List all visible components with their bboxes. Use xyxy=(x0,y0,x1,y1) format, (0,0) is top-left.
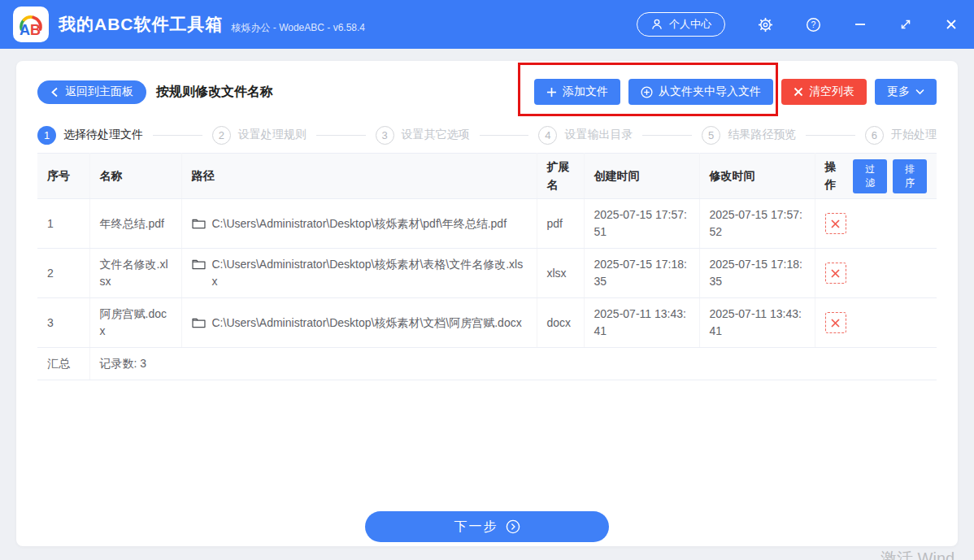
step-3-label: 设置其它选项 xyxy=(402,128,470,142)
filter-button[interactable]: 过滤 xyxy=(853,159,887,193)
cell-path: C:\Users\Administrator\Desktop\核烁素材\pdf\… xyxy=(181,199,537,249)
header-modified: 修改时间 xyxy=(699,154,815,199)
help-icon[interactable]: ? xyxy=(806,17,821,33)
header-name: 名称 xyxy=(89,154,181,199)
folder-icon[interactable] xyxy=(192,317,206,328)
header-created: 创建时间 xyxy=(584,154,699,199)
clear-list-button[interactable]: 清空列表 xyxy=(781,79,867,105)
x-icon xyxy=(794,87,803,97)
summary-record-count: 记录数: 3 xyxy=(89,348,937,380)
header-path: 路径 xyxy=(181,154,537,199)
header-actions-label: 操作 xyxy=(825,158,848,193)
summary-label: 汇总 xyxy=(37,348,89,380)
add-file-button[interactable]: 添加文件 xyxy=(534,79,620,105)
cell-path: C:\Users\Administrator\Desktop\核烁素材\文档\阿… xyxy=(181,298,537,348)
delete-x-icon xyxy=(830,219,841,229)
step-3-other-options: 3 设置其它选项 xyxy=(376,126,470,145)
step-connector xyxy=(806,135,855,136)
back-to-main-button[interactable]: 返回到主面板 xyxy=(37,80,146,104)
step-5-number: 5 xyxy=(702,126,720,145)
main-panel: 返回到主面板 按规则修改文件名称 添加文件 从文件夹中导入文件 xyxy=(16,61,958,546)
summary-row: 汇总 记录数: 3 xyxy=(37,348,937,380)
header-actions: 操作 过滤 排序 xyxy=(815,154,937,199)
table-row: 2 文件名修改.xlsx C:\Users\Administrator\Desk… xyxy=(37,249,937,298)
import-from-folder-label: 从文件夹中导入文件 xyxy=(659,85,761,99)
cell-path: C:\Users\Administrator\Desktop\核烁素材\表格\文… xyxy=(181,249,537,298)
add-file-label: 添加文件 xyxy=(563,85,608,99)
back-button-label: 返回到主面板 xyxy=(65,85,133,99)
toolbar: 返回到主面板 按规则修改文件名称 添加文件 从文件夹中导入文件 xyxy=(37,79,937,105)
cell-actions xyxy=(815,199,937,249)
next-step-label: 下一步 xyxy=(454,519,498,536)
cell-modified: 2025-07-11 13:43:41 xyxy=(699,298,815,348)
cell-created: 2025-07-11 13:43:41 xyxy=(584,298,699,348)
cell-modified: 2025-07-15 17:57:52 xyxy=(699,199,815,249)
file-table: 序号 名称 路径 扩展名 创建时间 修改时间 操作 过滤 排序 1 年终总结.p… xyxy=(37,153,937,380)
step-1-label: 选择待处理文件 xyxy=(63,128,143,142)
file-table-header: 序号 名称 路径 扩展名 创建时间 修改时间 操作 过滤 排序 xyxy=(37,154,937,199)
path-text: C:\Users\Administrator\Desktop\核烁素材\文档\阿… xyxy=(212,315,522,332)
svg-text:B: B xyxy=(30,22,41,38)
path-text: C:\Users\Administrator\Desktop\核烁素材\pdf\… xyxy=(212,215,507,233)
toolbar-actions: 添加文件 从文件夹中导入文件 清空列表 更多 xyxy=(534,79,937,105)
step-1-select-files: 1 选择待处理文件 xyxy=(37,126,143,145)
cell-index: 1 xyxy=(37,199,89,249)
step-1-number: 1 xyxy=(37,126,56,145)
cell-ext: docx xyxy=(537,298,584,348)
table-row: 1 年终总结.pdf C:\Users\Administrator\Deskto… xyxy=(37,199,937,249)
step-connector xyxy=(316,135,366,136)
clear-list-label: 清空列表 xyxy=(809,85,854,99)
step-2-set-rules: 2 设置处理规则 xyxy=(212,126,307,145)
delete-row-button[interactable] xyxy=(825,213,846,234)
settings-icon[interactable] xyxy=(758,17,773,33)
chevron-left-icon xyxy=(50,87,59,98)
cell-created: 2025-07-15 17:18:35 xyxy=(584,249,699,298)
cell-name: 文件名修改.xlsx xyxy=(89,249,181,298)
cell-index: 2 xyxy=(37,249,89,298)
page-title: 按规则修改文件名称 xyxy=(156,84,273,101)
cell-actions xyxy=(815,249,937,298)
plus-icon xyxy=(546,87,557,98)
person-icon xyxy=(650,18,663,31)
maximize-button[interactable] xyxy=(899,18,912,31)
svg-text:A: A xyxy=(20,22,30,38)
step-connector xyxy=(642,135,692,136)
step-5-label: 结果路径预览 xyxy=(728,128,796,142)
next-step-button[interactable]: 下一步 xyxy=(365,511,609,542)
import-from-folder-button[interactable]: 从文件夹中导入文件 xyxy=(628,79,773,105)
step-4-output-dir: 4 设置输出目录 xyxy=(538,126,633,145)
circle-plus-icon xyxy=(641,86,653,98)
cell-name: 年终总结.pdf xyxy=(89,199,181,249)
delete-x-icon xyxy=(830,318,841,328)
step-6-start: 6 开始处理 xyxy=(865,126,937,145)
titlebar-controls: 个人中心 ? xyxy=(637,12,958,37)
cell-actions xyxy=(815,298,937,348)
step-connector xyxy=(153,135,202,136)
minimize-button[interactable] xyxy=(854,18,867,31)
path-text: C:\Users\Administrator\Desktop\核烁素材\表格\文… xyxy=(212,256,527,291)
delete-row-button[interactable] xyxy=(825,312,846,333)
delete-x-icon xyxy=(830,268,841,279)
header-index: 序号 xyxy=(37,154,89,199)
step-3-number: 3 xyxy=(376,126,394,145)
more-button[interactable]: 更多 xyxy=(875,79,937,105)
folder-icon[interactable] xyxy=(192,218,206,229)
header-ext: 扩展名 xyxy=(537,154,584,199)
cell-index: 3 xyxy=(37,298,89,348)
cell-name: 阿房宫赋.docx xyxy=(89,298,181,348)
close-button[interactable] xyxy=(945,18,958,31)
svg-text:?: ? xyxy=(811,20,816,29)
sort-button[interactable]: 排序 xyxy=(893,159,927,193)
user-center-label: 个人中心 xyxy=(669,17,711,32)
delete-row-button[interactable] xyxy=(825,263,846,284)
circle-arrow-right-icon xyxy=(506,519,520,534)
user-center-button[interactable]: 个人中心 xyxy=(637,12,725,37)
step-4-number: 4 xyxy=(538,126,557,145)
app-logo-icon: A B xyxy=(16,10,46,39)
folder-icon[interactable] xyxy=(192,258,206,270)
step-6-number: 6 xyxy=(865,126,884,145)
cell-ext: pdf xyxy=(537,199,584,249)
titlebar: A B 我的ABC软件工具箱 核烁办公 - WodeABC - v6.58.4 … xyxy=(0,0,974,49)
step-4-label: 设置输出目录 xyxy=(564,128,633,142)
cell-ext: xlsx xyxy=(537,249,584,298)
